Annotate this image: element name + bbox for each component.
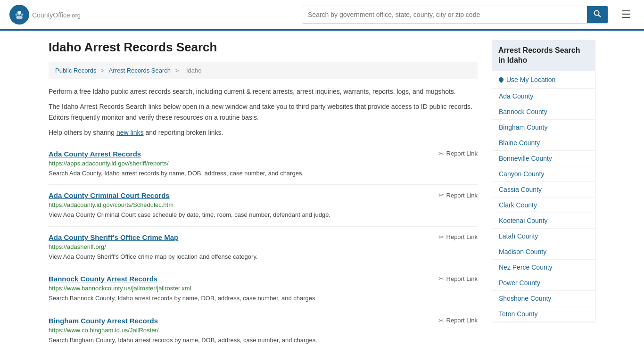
sidebar: Arrest Records Search in Idaho Use My Lo…	[492, 40, 595, 351]
report-link-label: Report Link	[446, 150, 478, 157]
sidebar-county-link[interactable]: Bannock County	[492, 104, 595, 120]
scissors-icon: ✂	[438, 191, 444, 199]
record-item: Ada County Criminal Court Records ✂ Repo…	[49, 184, 478, 226]
description-1: Perform a free Idaho public arrest recor…	[49, 86, 478, 97]
breadcrumb: Public Records > Arrest Records Search >…	[49, 62, 478, 79]
svg-point-4	[21, 14, 24, 16]
sidebar-county-link[interactable]: Madison County	[492, 244, 595, 260]
record-description: View Ada County Criminal Court case sche…	[49, 210, 478, 220]
description-3: Help others by sharing new links and rep…	[49, 127, 478, 138]
main-content: Idaho Arrest Records Search Public Recor…	[49, 40, 478, 351]
breadcrumb-current: Idaho	[186, 67, 202, 74]
sidebar-heading: Arrest Records Search in Idaho	[492, 40, 595, 71]
logo-icon	[9, 5, 29, 25]
report-link-button[interactable]: ✂ Report Link	[438, 233, 478, 241]
sidebar-county-link[interactable]: Power County	[492, 275, 595, 291]
record-url: https://www.co.bingham.id.us/JailRoster/	[49, 327, 478, 334]
search-bar	[302, 6, 608, 24]
record-item: Bannock County Arrest Records ✂ Report L…	[49, 268, 478, 310]
sidebar-county-link[interactable]: Latah County	[492, 229, 595, 244]
new-links-link[interactable]: new links	[116, 129, 144, 136]
search-button[interactable]	[587, 6, 608, 23]
sidebar-county-link[interactable]: Cassia County	[492, 182, 595, 197]
sidebar-county-link[interactable]: Bingham County	[492, 120, 595, 135]
report-link-button[interactable]: ✂ Report Link	[438, 317, 478, 324]
sidebar-county-link[interactable]: Shoshone County	[492, 291, 595, 306]
scissors-icon: ✂	[438, 275, 444, 282]
record-description: Search Ada County, Idaho arrest records …	[49, 169, 478, 178]
sidebar-county-link[interactable]: Nez Perce County	[492, 260, 595, 275]
report-link-label: Report Link	[446, 275, 478, 282]
county-links-list: Ada CountyBannock CountyBingham CountyBl…	[492, 89, 595, 322]
svg-point-1	[17, 11, 21, 15]
record-header: Bannock County Arrest Records ✂ Report L…	[49, 275, 478, 283]
record-item: Ada County Arrest Records ✂ Report Link …	[49, 143, 478, 185]
sidebar-county-link[interactable]: Bonneville County	[492, 151, 595, 166]
use-location-link[interactable]: Use My Location	[506, 76, 555, 83]
records-list: Ada County Arrest Records ✂ Report Link …	[49, 143, 478, 352]
report-link-button[interactable]: ✂ Report Link	[438, 191, 478, 199]
description-2: The Idaho Arrest Records Search links be…	[49, 101, 478, 123]
report-link-button[interactable]: ✂ Report Link	[438, 150, 478, 157]
page-container: Idaho Arrest Records Search Public Recor…	[39, 31, 605, 361]
record-url: https://apps.adacounty.id.gov/sheriff/re…	[49, 160, 478, 167]
scissors-icon: ✂	[438, 150, 444, 157]
description-3-prefix: Help others by sharing	[49, 129, 116, 136]
record-title-link[interactable]: Ada County Criminal Court Records	[49, 191, 170, 199]
report-link-label: Report Link	[446, 192, 478, 199]
sidebar-county-link[interactable]: Clark County	[492, 197, 595, 213]
record-title-link[interactable]: Ada County Sheriff's Office Crime Map	[49, 233, 178, 241]
breadcrumb-separator-1: >	[101, 67, 105, 74]
sidebar-county-link[interactable]: Ada County	[492, 89, 595, 104]
sidebar-county-link[interactable]: Kootenai County	[492, 213, 595, 229]
location-icon	[498, 76, 504, 83]
report-link-button[interactable]: ✂ Report Link	[438, 275, 478, 282]
svg-point-5	[594, 11, 599, 16]
record-item: Bingham County Arrest Records ✂ Report L…	[49, 310, 478, 352]
record-title-link[interactable]: Bingham County Arrest Records	[49, 317, 158, 325]
record-description: Search Bingham County, Idaho arrest reco…	[49, 336, 478, 345]
sidebar-county-link[interactable]: Blaine County	[492, 135, 595, 151]
breadcrumb-separator-2: >	[175, 67, 179, 74]
record-url: https://www.bannockcounty.us/jailroster/…	[49, 285, 478, 292]
site-logo[interactable]: CountyOffice.org	[9, 5, 81, 25]
record-title-link[interactable]: Ada County Arrest Records	[49, 150, 141, 158]
svg-point-2	[16, 16, 23, 19]
report-link-label: Report Link	[446, 233, 478, 240]
hamburger-menu-button[interactable]: ☰	[618, 7, 635, 23]
record-header: Ada County Criminal Court Records ✂ Repo…	[49, 191, 478, 199]
page-title: Idaho Arrest Records Search	[49, 40, 478, 55]
record-url: https://adacounty.id.gov/courts/Schedule…	[49, 201, 478, 208]
breadcrumb-link-arrest-records[interactable]: Arrest Records Search	[109, 67, 171, 74]
scissors-icon: ✂	[438, 317, 444, 324]
record-description: Search Bannock County, Idaho arrest reco…	[49, 294, 478, 303]
record-item: Ada County Sheriff's Office Crime Map ✂ …	[49, 226, 478, 268]
sidebar-content: Use My Location Ada CountyBannock County…	[492, 71, 595, 322]
breadcrumb-link-public-records[interactable]: Public Records	[55, 67, 96, 74]
sidebar-county-link[interactable]: Teton County	[492, 306, 595, 322]
description-3-suffix: and reporting broken links.	[144, 129, 223, 136]
logo-text: CountyOffice.org	[32, 10, 81, 20]
record-header: Ada County Arrest Records ✂ Report Link	[49, 150, 478, 158]
scissors-icon: ✂	[438, 233, 444, 241]
svg-line-6	[599, 15, 601, 17]
sidebar-county-link[interactable]: Canyon County	[492, 166, 595, 182]
record-header: Ada County Sheriff's Office Crime Map ✂ …	[49, 233, 478, 241]
record-url: https://adasheriff.org/	[49, 243, 478, 250]
record-header: Bingham County Arrest Records ✂ Report L…	[49, 317, 478, 325]
record-description: View Ada County Sheriff's Office crime m…	[49, 252, 478, 262]
record-title-link[interactable]: Bannock County Arrest Records	[49, 275, 157, 283]
site-header: CountyOffice.org ☰	[0, 0, 644, 31]
report-link-label: Report Link	[446, 317, 478, 324]
use-location-item[interactable]: Use My Location	[492, 71, 595, 89]
search-input[interactable]	[302, 6, 587, 23]
svg-point-3	[16, 14, 18, 16]
